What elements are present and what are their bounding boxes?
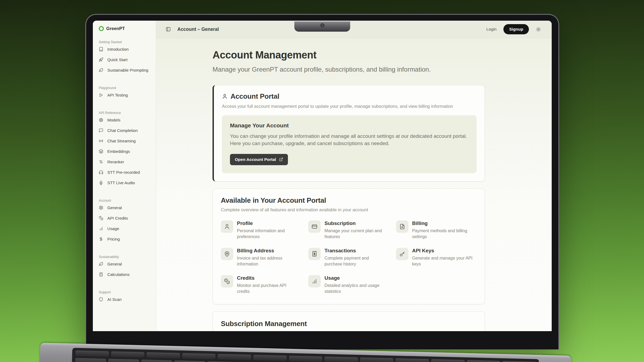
feature-text: Billing AddressInvoice and tax address i…	[237, 248, 301, 267]
open-account-portal-button[interactable]: Open Account Portal	[230, 154, 288, 165]
sidebar-item-usage[interactable]: Usage	[99, 223, 153, 234]
sidebar-section-sustainability: SustainabilityGeneralCalculations	[99, 255, 153, 280]
topbar-title: Account – General	[177, 27, 219, 32]
feature-description: Generate and manage your API keys	[412, 255, 477, 267]
sidebar-item-introduction[interactable]: Introduction	[99, 44, 153, 54]
sidebar-item-chat-completion[interactable]: Chat Completion	[99, 125, 153, 136]
broadcast-icon	[99, 139, 103, 143]
sidebar-toggle-icon[interactable]	[166, 27, 171, 32]
keyboard-key	[396, 358, 429, 362]
sidebar-item-reranker[interactable]: Reranker	[99, 157, 153, 167]
barchart-icon	[312, 278, 317, 284]
sidebar-item-ai-scan[interactable]: AI Scan	[99, 294, 153, 305]
key-icon	[399, 251, 405, 257]
keyboard-key	[324, 357, 358, 362]
sidebar-item-models[interactable]: Models	[99, 115, 153, 125]
sidebar-item-label: General	[107, 262, 122, 266]
keyboard-key	[75, 358, 106, 362]
feature-title: Usage	[324, 275, 389, 281]
feature-icon-tile	[308, 248, 321, 260]
chip-icon	[99, 118, 103, 122]
sidebar-item-api-credits[interactable]: API Credits	[99, 213, 153, 223]
account-portal-description: Access your full account management port…	[222, 104, 477, 109]
sidebar-item-embeddings[interactable]: Embeddings	[99, 146, 153, 157]
page-content: Account Management Manage your GreenPT a…	[156, 38, 552, 331]
headphones-icon	[99, 170, 103, 175]
sidebar-item-sustainable-prompting[interactable]: Sustainable Prompting	[99, 65, 153, 75]
page-subtitle: Manage your GreenPT account profile, sub…	[213, 66, 552, 73]
sidebar-item-general[interactable]: General	[99, 202, 153, 213]
feature-item-subscription: SubscriptionManage your current plan and…	[308, 220, 389, 240]
sidebar-item-general[interactable]: General	[99, 259, 153, 269]
sidebar-section-account: AccountGeneralAPI CreditsUsagePricing	[99, 199, 153, 244]
feature-icon-tile	[221, 275, 233, 287]
keyboard-key	[360, 357, 393, 362]
keyboard-key	[182, 353, 216, 359]
gear-icon	[99, 205, 103, 210]
sidebar: GreenPT Getting StartedIntroductionQuick…	[93, 21, 156, 331]
feature-icon-tile	[396, 220, 408, 233]
portal-features-grid: ProfilePersonal information and preferen…	[221, 220, 477, 294]
mappin-icon	[224, 251, 230, 257]
keyboard-key	[147, 352, 180, 359]
sidebar-item-calculations[interactable]: Calculations	[99, 269, 153, 280]
keyboard-key	[108, 359, 139, 362]
feature-item-credits: CreditsMonitor and purchase API credits	[221, 275, 301, 294]
sidebar-item-label: Models	[107, 118, 120, 122]
feature-text: API KeysGenerate and manage your API key…	[412, 248, 477, 267]
sidebar-item-chat-streaming[interactable]: Chat Streaming	[99, 136, 153, 146]
keyboard-key	[431, 359, 465, 362]
sidebar-section-playground: PlaygroundAPI Testing	[99, 86, 153, 100]
page-title: Account Management	[213, 49, 552, 61]
sidebar-item-label: Calculations	[107, 272, 130, 277]
barchart-icon	[99, 226, 103, 231]
leaf-icon	[99, 262, 103, 266]
manage-account-title: Manage Your Account	[230, 122, 469, 129]
brand[interactable]: GreenPT	[99, 26, 153, 31]
subscription-management-title: Subscription Management	[221, 320, 477, 328]
feature-icon-tile	[221, 248, 233, 260]
sidebar-item-pricing[interactable]: Pricing	[99, 234, 153, 244]
feature-text: ProfilePersonal information and preferen…	[237, 220, 301, 240]
sidebar-item-stt-pre-recorded[interactable]: STT Pre-recorded	[99, 167, 153, 178]
camera-notch	[294, 21, 350, 32]
rocket-icon	[99, 57, 103, 62]
main-area: Account – General Login Signup Account M…	[156, 21, 552, 331]
sidebar-section-label: Support	[99, 290, 153, 294]
filetext-icon	[399, 224, 405, 230]
feature-description: Invoice and tax address information	[237, 255, 301, 267]
sidebar-item-label: API Testing	[107, 93, 128, 97]
theme-toggle-sun-icon[interactable]	[536, 27, 541, 32]
brand-name: GreenPT	[106, 26, 125, 31]
feature-description: Personal information and preferences	[237, 228, 301, 240]
sidebar-item-quick-start[interactable]: Quick Start	[99, 54, 153, 65]
sidebar-section-label: Playground	[99, 86, 153, 90]
manage-account-body: You can change your profile information …	[230, 133, 469, 147]
book-icon	[99, 47, 103, 51]
sidebar-item-label: Usage	[107, 226, 119, 231]
sidebar-section-label: Account	[99, 199, 153, 202]
app-window: GreenPT Getting StartedIntroductionQuick…	[93, 21, 552, 331]
user-icon	[224, 224, 230, 230]
feature-icon-tile	[396, 248, 408, 260]
leaf-icon	[99, 68, 103, 72]
feature-title: Credits	[237, 275, 301, 281]
updown-icon	[99, 160, 103, 164]
sidebar-item-label: Chat Streaming	[107, 139, 136, 143]
feature-description: Complete payment and purchase history	[324, 255, 389, 267]
feature-icon-tile	[308, 220, 321, 233]
sidebar-item-label: Reranker	[107, 160, 124, 164]
keyboard-key	[174, 360, 205, 362]
account-portal-card: Account Portal Access your full account …	[213, 85, 485, 182]
sidebar-item-label: Quick Start	[107, 57, 127, 62]
keyboard-key	[111, 351, 144, 357]
webcam-icon	[320, 23, 324, 27]
sidebar-item-label: Pricing	[107, 237, 120, 241]
signup-button[interactable]: Signup	[503, 24, 529, 34]
card-icon	[312, 224, 317, 230]
feature-text: CreditsMonitor and purchase API credits	[237, 275, 301, 294]
sidebar-item-api-testing[interactable]: API Testing	[99, 90, 153, 100]
login-link[interactable]: Login	[486, 27, 497, 32]
account-portal-card-header: Account Portal	[222, 92, 477, 101]
sidebar-item-stt-live-audio[interactable]: STT Live Audio	[99, 178, 153, 188]
